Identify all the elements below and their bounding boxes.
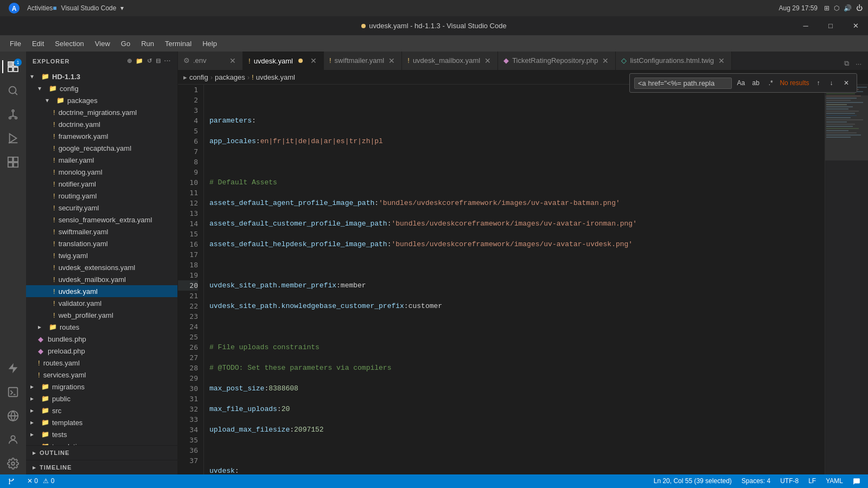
search-icon[interactable] bbox=[2, 80, 24, 101]
explorer-icon[interactable]: 1 bbox=[2, 56, 24, 78]
extensions-icon[interactable] bbox=[2, 151, 24, 173]
whole-word-btn[interactable]: ab bbox=[750, 77, 761, 89]
errors-item[interactable]: ✕ 0 ⚠ 0 bbox=[25, 477, 56, 485]
tab-close-swift[interactable]: ✕ bbox=[387, 56, 396, 65]
case-sensitive-btn[interactable]: Aa bbox=[735, 77, 746, 89]
folder-translations[interactable]: ▸ 📁 translations bbox=[26, 440, 177, 445]
settings-icon[interactable] bbox=[2, 453, 24, 474]
file-doctrine[interactable]: ! doctrine.yaml bbox=[26, 118, 177, 130]
encoding-item[interactable]: UTF-8 bbox=[778, 477, 801, 485]
file-twig[interactable]: ! twig.yaml bbox=[26, 249, 177, 261]
new-folder-icon[interactable]: 📁 bbox=[136, 57, 144, 65]
file-sensio[interactable]: ! sensio_framework_extra.yaml bbox=[26, 214, 177, 226]
find-close-btn[interactable]: ✕ bbox=[840, 77, 852, 89]
line-ending-item[interactable]: LF bbox=[806, 477, 818, 485]
file-mailer[interactable]: ! mailer.yaml bbox=[26, 154, 177, 166]
close-button[interactable]: ✕ bbox=[843, 16, 868, 35]
run-debug-icon[interactable] bbox=[2, 127, 24, 149]
file-routes-yaml[interactable]: ! routes.yaml bbox=[26, 357, 177, 369]
file-uvdesk-mailbox[interactable]: ! uvdesk_mailbox.yaml bbox=[26, 273, 177, 285]
tab-ticketrating[interactable]: ◆ TicketRatingRepository.php ✕ bbox=[498, 52, 616, 70]
split-editor-icon[interactable]: ⧉ bbox=[842, 57, 851, 70]
more-tabs-icon[interactable]: ··· bbox=[853, 57, 864, 70]
find-next-btn[interactable]: ↓ bbox=[825, 77, 837, 89]
folder-public[interactable]: ▸ 📁 public bbox=[26, 393, 177, 404]
file-routing[interactable]: ! routing.yaml bbox=[26, 190, 177, 202]
menu-terminal[interactable]: Terminal bbox=[161, 37, 196, 50]
breadcrumb-expand-icon[interactable]: ▸ bbox=[183, 73, 187, 81]
refresh-icon[interactable]: ↺ bbox=[147, 57, 152, 65]
power-icon[interactable]: ⏻ bbox=[856, 4, 863, 12]
code-content[interactable]: parameters: app_locales: en|fr|it|de|da|… bbox=[204, 85, 825, 474]
menu-run[interactable]: Run bbox=[137, 37, 158, 50]
tab-close-ticket[interactable]: ✕ bbox=[601, 56, 610, 65]
packages-folder[interactable]: ▾ 📁 packages bbox=[26, 94, 177, 106]
dropdown-arrow[interactable]: ▾ bbox=[120, 4, 124, 12]
menu-help[interactable]: Help bbox=[198, 37, 221, 50]
collapse-icon[interactable]: ⊟ bbox=[156, 57, 161, 65]
menu-view[interactable]: View bbox=[91, 37, 114, 50]
folder-routes[interactable]: ▸ 📁 routes bbox=[26, 321, 177, 333]
position-item[interactable]: Ln 20, Col 55 (39 selected) bbox=[652, 477, 734, 485]
timeline-header[interactable]: ▸ TIMELINE bbox=[26, 460, 177, 474]
menu-edit[interactable]: Edit bbox=[28, 37, 48, 50]
minimize-button[interactable]: ─ bbox=[793, 16, 818, 35]
volume-icon[interactable]: 🔊 bbox=[844, 4, 852, 12]
file-swiftmailer[interactable]: ! swiftmailer.yaml bbox=[26, 226, 177, 237]
outline-header[interactable]: ▸ OUTLINE bbox=[26, 446, 177, 460]
breadcrumb-file[interactable]: uvdesk.yaml bbox=[256, 73, 295, 81]
breadcrumb-packages[interactable]: packages bbox=[215, 73, 245, 81]
more-icon[interactable]: ··· bbox=[164, 57, 171, 65]
feedback-item[interactable] bbox=[851, 477, 863, 485]
network-icon[interactable]: ⬡ bbox=[834, 4, 839, 12]
git-branch-item[interactable] bbox=[5, 477, 20, 485]
file-google-recaptcha[interactable]: ! google_recaptcha.yaml bbox=[26, 142, 177, 154]
tab-close-uvdesk[interactable]: ✕ bbox=[309, 56, 318, 65]
file-translation[interactable]: ! translation.yaml bbox=[26, 237, 177, 249]
spaces-item[interactable]: Spaces: 4 bbox=[739, 477, 773, 485]
find-prev-btn[interactable]: ↑ bbox=[812, 77, 824, 89]
lightning-icon[interactable] bbox=[2, 357, 24, 379]
file-doctrine-migrations[interactable]: ! doctrine_migrations.yaml bbox=[26, 106, 177, 118]
root-folder[interactable]: ▾ 📁 HD-1.1.3 bbox=[26, 70, 177, 82]
file-notifier[interactable]: ! notifier.yaml bbox=[26, 178, 177, 190]
folder-templates[interactable]: ▸ 📁 templates bbox=[26, 416, 177, 428]
grid-icon[interactable]: ⊞ bbox=[824, 4, 829, 12]
terminal-icon[interactable] bbox=[2, 381, 24, 403]
file-validator[interactable]: ! validator.yaml bbox=[26, 297, 177, 309]
system-bar-right: Aug 29 17:59 ⊞ ⬡ 🔊 ⏻ bbox=[779, 4, 863, 12]
menu-selection[interactable]: Selection bbox=[50, 37, 88, 50]
regex-btn[interactable]: .* bbox=[765, 77, 776, 89]
maximize-button[interactable]: □ bbox=[818, 16, 843, 35]
file-services[interactable]: ! services.yaml bbox=[26, 369, 177, 381]
language-item[interactable]: YAML bbox=[824, 477, 845, 485]
folder-tests[interactable]: ▸ 📁 tests bbox=[26, 428, 177, 440]
config-folder[interactable]: ▾ 📁 config bbox=[26, 82, 177, 94]
folder-migrations[interactable]: ▸ 📁 migrations bbox=[26, 381, 177, 393]
tab-close-env[interactable]: ✕ bbox=[228, 56, 237, 65]
tab-env[interactable]: ⚙ .env ✕ bbox=[178, 52, 243, 70]
file-preload[interactable]: ◆ preload.php bbox=[26, 345, 177, 357]
remote-icon[interactable] bbox=[2, 405, 24, 427]
tab-close-list[interactable]: ✕ bbox=[717, 56, 726, 65]
file-uvdesk-extensions[interactable]: ! uvdesk_extensions.yaml bbox=[26, 261, 177, 273]
new-file-icon[interactable]: ⊕ bbox=[127, 57, 132, 65]
tab-close-mailbox[interactable]: ✕ bbox=[483, 56, 492, 65]
tab-listconfigs[interactable]: ◇ listConfigurations.html.twig ✕ bbox=[616, 52, 732, 70]
tab-uvdesk-mailbox[interactable]: ! uvdesk_mailbox.yaml ✕ bbox=[402, 52, 498, 70]
file-bundles[interactable]: ◆ bundles.php bbox=[26, 333, 177, 345]
menu-go[interactable]: Go bbox=[117, 37, 135, 50]
account-icon[interactable] bbox=[2, 429, 24, 451]
file-security[interactable]: ! security.yaml bbox=[26, 202, 177, 214]
folder-src[interactable]: ▸ 📁 src bbox=[26, 404, 177, 416]
find-input[interactable] bbox=[634, 78, 732, 89]
tab-uvdesk-yaml[interactable]: ! uvdesk.yaml ✕ bbox=[243, 52, 324, 70]
breadcrumb-config[interactable]: config bbox=[189, 73, 208, 81]
file-uvdesk[interactable]: ! uvdesk.yaml bbox=[26, 285, 177, 297]
source-control-icon[interactable] bbox=[2, 104, 24, 125]
menu-file[interactable]: File bbox=[5, 37, 25, 50]
file-monolog[interactable]: ! monolog.yaml bbox=[26, 166, 177, 178]
file-framework[interactable]: ! framework.yaml bbox=[26, 130, 177, 142]
file-web-profiler[interactable]: ! web_profiler.yaml bbox=[26, 309, 177, 321]
tab-swiftmailer[interactable]: ! swiftmailer.yaml ✕ bbox=[324, 52, 402, 70]
